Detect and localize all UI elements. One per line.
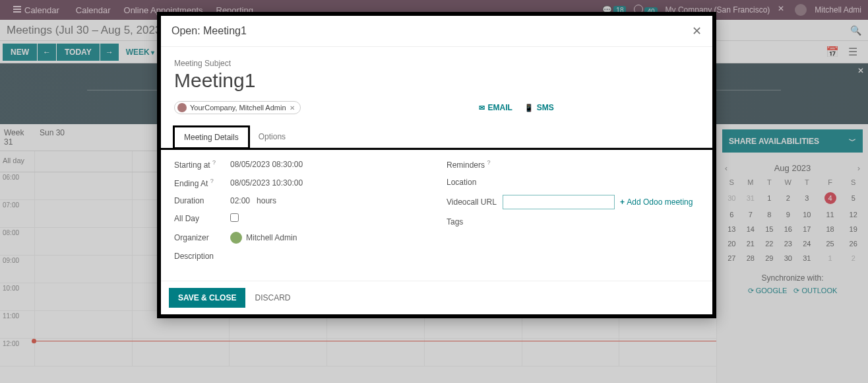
email-button[interactable]: ✉EMAIL (479, 103, 512, 112)
event-modal: Open: Meeting1 ✕ Meeting Subject Meeting… (157, 12, 716, 318)
modal-tabs: Meeting Details Options (174, 126, 712, 148)
videocall-input[interactable] (503, 195, 615, 209)
add-odoo-meeting-button[interactable]: Add Odoo meeting (620, 197, 693, 207)
close-icon[interactable]: ✕ (692, 24, 702, 38)
ending-at-label: Ending At ? (174, 178, 230, 188)
attendee-avatar (177, 103, 187, 112)
organizer-label: Organizer (174, 233, 230, 242)
attendee-name: YourCompany, Mitchell Admin (190, 104, 286, 112)
sms-button[interactable]: 📱SMS (524, 103, 554, 112)
starting-at-label: Starting at ? (174, 159, 230, 170)
description-label: Description (174, 252, 230, 261)
organizer-avatar (230, 232, 242, 244)
attendee-chip[interactable]: YourCompany, Mitchell Admin ✕ (174, 101, 301, 114)
subject-value[interactable]: Meeting1 (174, 69, 699, 92)
location-label: Location (447, 178, 503, 187)
allday-label: All Day (174, 214, 230, 223)
tab-meeting-details[interactable]: Meeting Details (174, 127, 249, 148)
duration-label: Duration (174, 196, 230, 205)
duration-value[interactable]: 02:00 hours (230, 196, 276, 205)
sms-icon: 📱 (524, 104, 534, 112)
email-icon: ✉ (479, 104, 485, 112)
tags-label: Tags (447, 217, 503, 226)
tab-options[interactable]: Options (249, 126, 295, 147)
subject-label: Meeting Subject (174, 59, 699, 68)
allday-checkbox[interactable] (230, 213, 239, 222)
starting-at-value[interactable]: 08/05/2023 08:30:00 (230, 160, 303, 169)
ending-at-value[interactable]: 08/05/2023 10:30:00 (230, 178, 303, 188)
reminders-label: Reminders ? (447, 159, 503, 170)
modal-title: Open: Meeting1 (171, 25, 247, 37)
discard-button[interactable]: DISCARD (255, 293, 290, 302)
organizer-value[interactable]: Mitchell Admin (230, 232, 297, 244)
videocall-label: Videocall URL (447, 197, 503, 207)
save-close-button[interactable]: SAVE & CLOSE (169, 288, 245, 308)
remove-attendee-icon[interactable]: ✕ (290, 104, 295, 112)
